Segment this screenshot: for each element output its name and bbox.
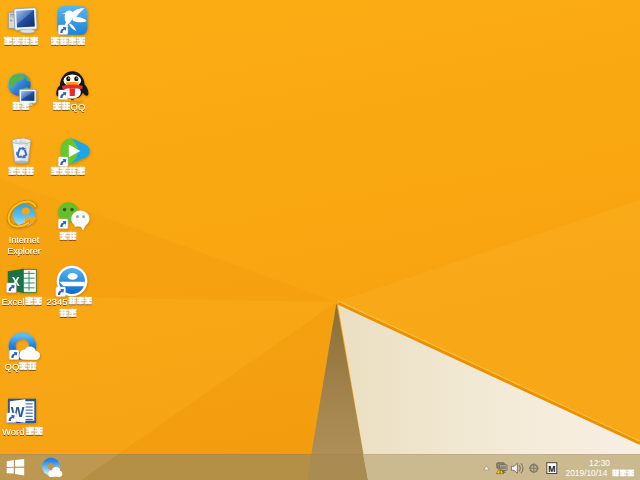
svg-text:2345: 2345 [47,296,68,307]
svg-text:Excel: Excel [2,296,25,307]
svg-text:2019/10/14: 2019/10/14 [566,468,608,478]
svg-text:Explorer: Explorer [7,246,40,256]
svg-text:12:30: 12:30 [589,458,610,468]
svg-text:Word: Word [2,426,25,437]
svg-text:QQ: QQ [71,101,86,112]
svg-text:Internet: Internet [9,235,40,245]
svg-text:QQ: QQ [5,361,20,372]
svg-text:M: M [548,464,555,474]
